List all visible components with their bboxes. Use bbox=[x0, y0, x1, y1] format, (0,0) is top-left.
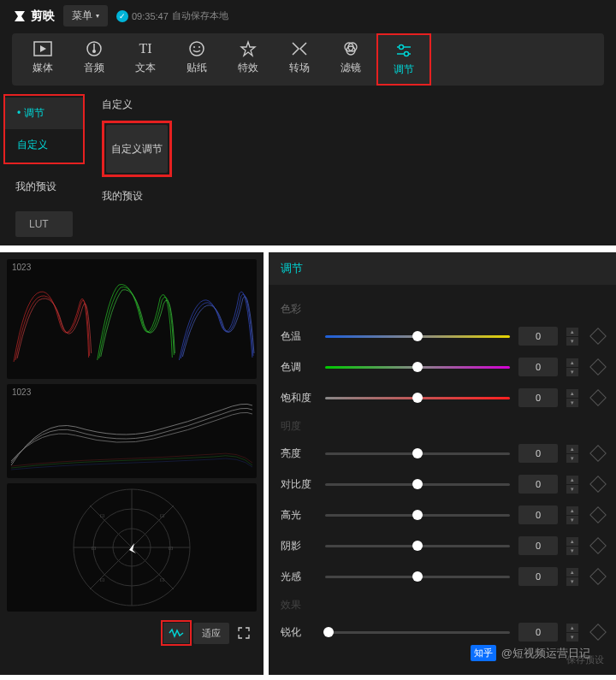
presets-section-label: 我的预设 bbox=[102, 189, 172, 204]
svg-text:⊡: ⊡ bbox=[169, 546, 173, 551]
sidebar-item-presets[interactable]: 我的预设 bbox=[3, 171, 85, 203]
reset-button[interactable] bbox=[589, 445, 607, 462]
reset-button[interactable] bbox=[589, 506, 607, 523]
slider-highlights[interactable]: 高光 0 ▴▾ bbox=[281, 506, 604, 524]
group-color-label: 色彩 bbox=[281, 302, 604, 316]
reset-button[interactable] bbox=[589, 476, 607, 493]
group-effect-label: 效果 bbox=[281, 598, 604, 612]
custom-adjust-card[interactable]: 自定义调节 bbox=[106, 125, 168, 173]
menu-button[interactable]: 菜单 ▾ bbox=[63, 5, 108, 27]
tab-filter[interactable]: 滤镜 bbox=[325, 33, 376, 86]
reset-button[interactable] bbox=[589, 568, 607, 585]
adjust-panel-title: 调节 bbox=[269, 252, 616, 285]
autosave-status: ✓ 09:35:47 自动保存本地 bbox=[116, 9, 228, 22]
side-nav: • 调节 自定义 我的预设 LUT bbox=[3, 94, 85, 237]
expand-icon bbox=[238, 627, 250, 639]
slider-temperature[interactable]: 色温 0 ▴▾ bbox=[281, 327, 604, 346]
stepper[interactable]: ▴▾ bbox=[566, 328, 578, 346]
reset-button[interactable] bbox=[589, 624, 607, 641]
slider-contrast[interactable]: 对比度 0 ▴▾ bbox=[281, 475, 604, 494]
transition-icon bbox=[290, 40, 309, 57]
fullscreen-button[interactable] bbox=[231, 623, 257, 643]
svg-point-4 bbox=[193, 46, 195, 48]
adjust-icon bbox=[394, 42, 413, 59]
sticker-icon bbox=[187, 40, 206, 57]
waveform-scope: 1023 bbox=[7, 384, 257, 478]
chevron-down-icon: ▾ bbox=[96, 12, 99, 20]
svg-point-10 bbox=[405, 52, 409, 56]
vectorscope: ⊡⊡ ⊡⊡ ⊡⊡ bbox=[7, 483, 257, 612]
reset-button[interactable] bbox=[589, 358, 607, 375]
slider-sharpen[interactable]: 锐化 0 ▴▾ bbox=[281, 623, 604, 642]
audio-icon bbox=[85, 40, 104, 57]
svg-point-9 bbox=[400, 45, 404, 50]
slider-shadows[interactable]: 阴影 0 ▴▾ bbox=[281, 536, 604, 555]
svg-point-2 bbox=[92, 50, 96, 53]
stepper[interactable]: ▴▾ bbox=[566, 389, 578, 407]
tab-text[interactable]: TI 文本 bbox=[120, 33, 171, 86]
slider-light[interactable]: 光感 0 ▴▾ bbox=[281, 567, 604, 586]
scope-toggle-button[interactable] bbox=[163, 623, 189, 643]
stepper[interactable]: ▴▾ bbox=[566, 537, 578, 555]
svg-text:⊡: ⊡ bbox=[100, 577, 104, 582]
tab-adjust[interactable]: 调节 bbox=[376, 33, 431, 86]
reset-button[interactable] bbox=[589, 537, 607, 554]
stepper[interactable]: ▴▾ bbox=[566, 568, 578, 586]
app-logo: 剪映 bbox=[12, 9, 55, 24]
fit-button[interactable]: 适应 bbox=[193, 623, 229, 644]
svg-text:⊡: ⊡ bbox=[100, 513, 104, 518]
waveform-icon bbox=[169, 628, 184, 638]
tab-audio[interactable]: 音频 bbox=[68, 33, 120, 86]
custom-section-label: 自定义 bbox=[102, 98, 172, 112]
scopes-panel: 1023 1023 bbox=[0, 252, 264, 675]
media-icon bbox=[33, 40, 52, 57]
svg-text:⊡: ⊡ bbox=[160, 513, 164, 518]
svg-point-3 bbox=[190, 42, 204, 56]
slider-saturation[interactable]: 饱和度 0 ▴▾ bbox=[281, 388, 604, 407]
effects-icon bbox=[239, 40, 258, 57]
lut-button[interactable]: LUT bbox=[15, 211, 73, 237]
slider-tint[interactable]: 色调 0 ▴▾ bbox=[281, 358, 604, 376]
tab-transition[interactable]: 转场 bbox=[274, 33, 325, 86]
sidebar-item-adjust[interactable]: • 调节 bbox=[5, 98, 83, 129]
filter-icon bbox=[341, 40, 360, 57]
watermark: 知乎 @短视频运营日记 bbox=[471, 645, 590, 661]
stepper[interactable]: ▴▾ bbox=[566, 445, 578, 463]
tab-effects[interactable]: 特效 bbox=[222, 33, 274, 86]
check-icon: ✓ bbox=[116, 10, 128, 22]
stepper[interactable]: ▴▾ bbox=[566, 358, 578, 376]
svg-point-5 bbox=[198, 46, 200, 48]
stepper[interactable]: ▴▾ bbox=[566, 476, 578, 494]
reset-button[interactable] bbox=[589, 328, 607, 345]
adjust-panel: 调节 色彩 色温 0 ▴▾ 色调 0 ▴▾ 饱和度 0 ▴▾ bbox=[269, 252, 616, 675]
sidebar-item-custom[interactable]: 自定义 bbox=[5, 129, 83, 161]
svg-text:⊡: ⊡ bbox=[92, 546, 96, 551]
tab-media[interactable]: 媒体 bbox=[17, 33, 68, 86]
tab-sticker[interactable]: 贴纸 bbox=[171, 33, 222, 86]
text-icon: TI bbox=[136, 40, 155, 57]
rgb-parade-scope: 1023 bbox=[7, 259, 257, 379]
svg-text:⊡: ⊡ bbox=[160, 577, 164, 582]
slider-brightness[interactable]: 亮度 0 ▴▾ bbox=[281, 444, 604, 463]
stepper[interactable]: ▴▾ bbox=[566, 506, 578, 524]
main-tabs: 媒体 音频 TI 文本 贴纸 特效 转场 滤镜 调节 bbox=[12, 33, 604, 86]
group-luma-label: 明度 bbox=[281, 419, 604, 434]
stepper[interactable]: ▴▾ bbox=[566, 624, 578, 642]
reset-button[interactable] bbox=[589, 389, 607, 406]
